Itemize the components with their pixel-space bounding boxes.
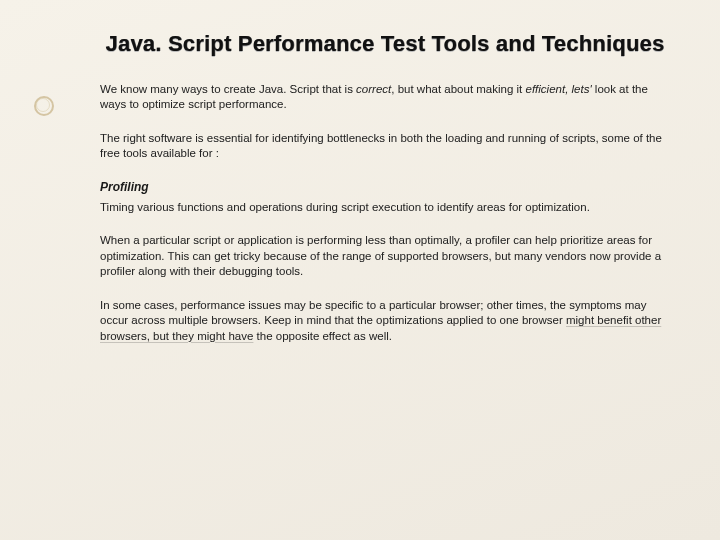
paragraph-profiling-def: Timing various functions and operations … bbox=[100, 200, 670, 216]
text-emphasis-efficient: efficient, lets' bbox=[526, 83, 592, 95]
bullet-decor-icon-inner bbox=[36, 98, 50, 112]
text-fragment: In some cases, performance issues may be… bbox=[100, 299, 646, 327]
paragraph-profiler-use: When a particular script or application … bbox=[100, 233, 670, 280]
subheading-profiling: Profiling bbox=[100, 180, 670, 194]
slide-title: Java. Script Performance Test Tools and … bbox=[100, 30, 670, 58]
paragraph-tools: The right software is essential for iden… bbox=[100, 131, 670, 162]
paragraph-intro: We know many ways to create Java. Script… bbox=[100, 82, 670, 113]
text-fragment: the opposite effect as well. bbox=[253, 330, 392, 342]
text-fragment: , but what about making it bbox=[391, 83, 525, 95]
paragraph-browser-note: In some cases, performance issues may be… bbox=[100, 298, 670, 345]
text-fragment: We know many ways to create Java. Script… bbox=[100, 83, 356, 95]
text-emphasis-correct: correct bbox=[356, 83, 391, 95]
slide: Java. Script Performance Test Tools and … bbox=[0, 0, 720, 540]
